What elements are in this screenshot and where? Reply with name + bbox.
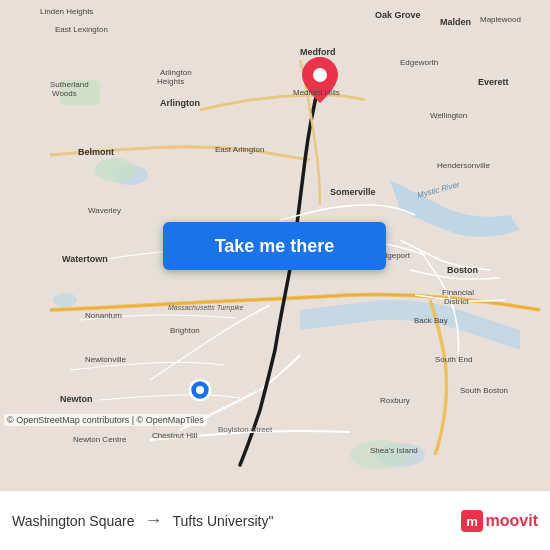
svg-text:Chestnut Hill: Chestnut Hill — [152, 431, 198, 440]
origin-label: Washington Square — [12, 513, 134, 529]
destination-label: Tufts University" — [172, 513, 273, 529]
svg-text:District: District — [444, 297, 469, 306]
svg-text:Maplewood: Maplewood — [480, 15, 521, 24]
svg-text:Medford: Medford — [300, 47, 336, 57]
svg-text:Newtonville: Newtonville — [85, 355, 126, 364]
svg-text:Malden: Malden — [440, 17, 471, 27]
svg-text:Boston: Boston — [447, 265, 478, 275]
svg-text:Linden Heights: Linden Heights — [40, 7, 93, 16]
svg-text:m: m — [466, 514, 478, 529]
svg-text:Belmont: Belmont — [78, 147, 114, 157]
svg-text:Nonantum: Nonantum — [85, 311, 122, 320]
svg-text:Woods: Woods — [52, 89, 77, 98]
svg-text:Newton Centre: Newton Centre — [73, 435, 127, 444]
svg-point-2 — [53, 293, 77, 307]
svg-text:Hendersonville: Hendersonville — [437, 161, 490, 170]
svg-text:Sutherland: Sutherland — [50, 80, 89, 89]
svg-text:East Lexington: East Lexington — [55, 25, 108, 34]
svg-text:South Boston: South Boston — [460, 386, 508, 395]
svg-text:Watertown: Watertown — [62, 254, 108, 264]
moovit-brand-text: moovit — [486, 512, 538, 530]
svg-text:Medford Hills: Medford Hills — [293, 88, 340, 97]
svg-text:Everett: Everett — [478, 77, 509, 87]
svg-text:Roxbury: Roxbury — [380, 396, 410, 405]
bottom-bar: Washington Square → Tufts University" m … — [0, 490, 550, 550]
map-container: Linden Heights East Lexington Sutherland… — [0, 0, 550, 490]
svg-text:Financial: Financial — [442, 288, 474, 297]
svg-text:Wellington: Wellington — [430, 111, 467, 120]
svg-text:Shea's Island: Shea's Island — [370, 446, 418, 455]
svg-point-9 — [196, 386, 204, 394]
arrow-icon: → — [144, 510, 162, 531]
svg-point-7 — [313, 68, 327, 82]
svg-text:East Arlington: East Arlington — [215, 145, 264, 154]
svg-text:Arlington: Arlington — [160, 98, 200, 108]
moovit-logo-icon: m — [461, 510, 483, 532]
take-me-there-button[interactable]: Take me there — [163, 222, 386, 270]
map-attribution: © OpenStreetMap contributors | © OpenMap… — [4, 414, 207, 426]
svg-text:Edgeworth: Edgeworth — [400, 58, 438, 67]
svg-text:Brighton: Brighton — [170, 326, 200, 335]
moovit-logo: m moovit — [461, 510, 538, 532]
svg-text:Boylston Street: Boylston Street — [218, 425, 273, 434]
svg-text:South End: South End — [435, 355, 472, 364]
svg-text:Massachusetts Turnpike: Massachusetts Turnpike — [168, 304, 243, 312]
svg-text:Waverley: Waverley — [88, 206, 121, 215]
svg-point-4 — [95, 158, 135, 182]
svg-text:Heights: Heights — [157, 77, 184, 86]
svg-text:Somerville: Somerville — [330, 187, 376, 197]
svg-text:Newton: Newton — [60, 394, 93, 404]
svg-point-6 — [350, 440, 410, 470]
svg-text:Oak Grove: Oak Grove — [375, 10, 421, 20]
svg-text:Arlington: Arlington — [160, 68, 192, 77]
svg-text:Back Bay: Back Bay — [414, 316, 448, 325]
